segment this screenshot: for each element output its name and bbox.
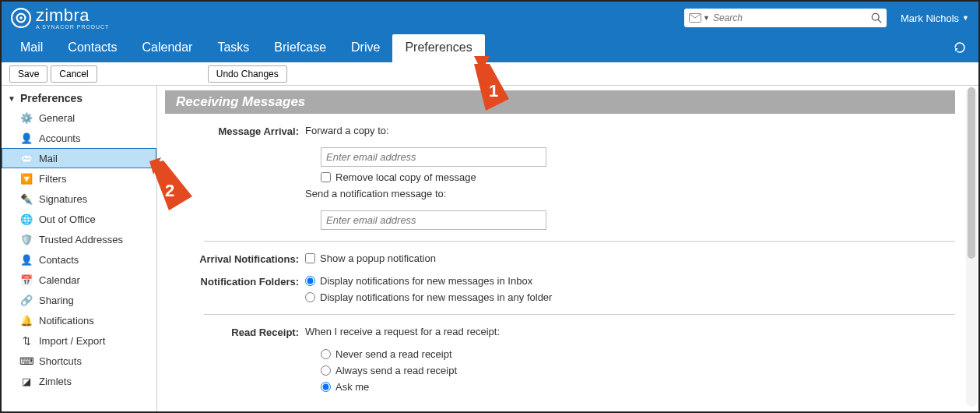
popup-notification-label: Show a popup notification	[320, 252, 436, 264]
logo-text: zimbra	[36, 7, 109, 24]
undo-changes-button[interactable]: Undo Changes	[208, 65, 287, 83]
receipt-always-label: Always send a read receipt	[335, 365, 457, 376]
sidebar-item-label: Calendar	[39, 274, 80, 286]
sidebar-item-label: Shortcuts	[39, 355, 82, 367]
save-button[interactable]: Save	[9, 65, 47, 83]
notif-inbox-radio[interactable]	[305, 276, 315, 286]
sign-icon: ✒️	[20, 192, 33, 205]
tab-preferences[interactable]: Preferences	[392, 34, 484, 62]
sidebar-item-label: Sharing	[39, 295, 74, 306]
sidebar-item-mail[interactable]: ✉️Mail	[2, 148, 156, 168]
sidebar-item-notifications[interactable]: 🔔Notifications	[2, 310, 156, 330]
tab-tasks[interactable]: Tasks	[205, 34, 262, 62]
sidebar-item-shortcuts[interactable]: ⌨Shortcuts	[2, 351, 156, 371]
content-panel: Receiving Messages Message Arrival: Forw…	[157, 86, 978, 411]
sidebar-item-label: Notifications	[39, 315, 94, 327]
search-box[interactable]: ▼	[684, 9, 887, 27]
notification-address-input[interactable]	[321, 210, 546, 230]
zimlet-icon: ◪	[20, 375, 33, 387]
receipt-never-radio[interactable]	[321, 349, 331, 359]
forward-address-input[interactable]	[321, 147, 546, 167]
sidebar-item-import-export[interactable]: ⇅Import / Export	[2, 330, 156, 351]
refresh-button[interactable]	[947, 35, 972, 62]
shield-icon: 🛡️	[20, 233, 33, 245]
share-icon: 🔗	[20, 294, 33, 306]
zimbra-logo-icon	[11, 8, 31, 28]
sidebar-item-out-of-office[interactable]: 🌐Out of Office	[2, 209, 156, 229]
section-title: Receiving Messages	[165, 90, 955, 114]
notif-any-row[interactable]: Display notifications for new messages i…	[305, 291, 955, 303]
sidebar: ▼ Preferences ⚙️General👤Accounts✉️Mail🔽F…	[2, 86, 157, 411]
receipt-never-row[interactable]: Never send a read receipt	[321, 348, 955, 360]
label-message-arrival: Message Arrival:	[165, 125, 305, 137]
notif-inbox-row[interactable]: Display notifications for new messages i…	[305, 275, 955, 287]
sidebar-item-general[interactable]: ⚙️General	[2, 108, 156, 128]
sidebar-item-accounts[interactable]: 👤Accounts	[2, 128, 156, 148]
popup-notification-checkbox[interactable]	[305, 253, 315, 263]
user-name: Mark Nichols	[901, 12, 959, 24]
label-forward-copy: Forward a copy to:	[305, 125, 955, 136]
notif-any-radio[interactable]	[305, 292, 315, 302]
sidebar-item-label: Zimlets	[39, 376, 72, 387]
bell-icon: 🔔	[20, 314, 33, 327]
filter-icon: 🔽	[20, 172, 33, 185]
cancel-button[interactable]: Cancel	[51, 65, 97, 83]
tab-mail[interactable]: Mail	[8, 34, 55, 62]
receipt-ask-radio[interactable]	[321, 382, 331, 392]
search-icon[interactable]	[871, 12, 882, 23]
tab-calendar[interactable]: Calendar	[129, 34, 205, 62]
receipt-never-label: Never send a read receipt	[335, 348, 452, 360]
svg-point-4	[872, 13, 879, 20]
sidebar-item-label: Signatures	[39, 193, 87, 205]
notif-inbox-label: Display notifications for new messages i…	[320, 275, 532, 287]
remove-local-copy-checkbox[interactable]	[321, 172, 331, 182]
sidebar-header[interactable]: ▼ Preferences	[2, 89, 156, 108]
receipt-ask-row[interactable]: Ask me	[321, 381, 955, 393]
sidebar-item-zimlets[interactable]: ◪Zimlets	[2, 371, 156, 391]
sidebar-item-label: Mail	[39, 153, 58, 164]
sidebar-item-filters[interactable]: 🔽Filters	[2, 168, 156, 189]
sidebar-item-label: Import / Export	[39, 335, 105, 347]
mail-icon	[689, 12, 701, 23]
search-input[interactable]	[713, 12, 871, 23]
chevron-down-icon: ▼	[962, 14, 969, 22]
sidebar-item-signatures[interactable]: ✒️Signatures	[2, 189, 156, 209]
refresh-icon	[954, 41, 966, 54]
receipt-always-row[interactable]: Always send a read receipt	[321, 365, 955, 376]
tab-bar: Mail Contacts Calendar Tasks Briefcase D…	[2, 34, 978, 62]
shortcut-icon: ⌨	[20, 355, 33, 367]
user-menu[interactable]: Mark Nichols ▼	[901, 12, 969, 24]
sidebar-item-trusted-addresses[interactable]: 🛡️Trusted Addresses	[2, 229, 156, 249]
search-scope-caret-icon[interactable]: ▼	[703, 14, 710, 22]
tab-drive[interactable]: Drive	[339, 34, 392, 62]
scrollbar[interactable]	[966, 87, 977, 407]
sidebar-title: Preferences	[20, 92, 83, 104]
import-icon: ⇅	[20, 334, 33, 347]
divider	[204, 314, 955, 315]
mail-icon: ✉️	[20, 152, 33, 164]
sidebar-item-label: Out of Office	[39, 214, 96, 225]
gear-icon: ⚙️	[20, 111, 33, 124]
sidebar-item-label: Accounts	[39, 132, 80, 144]
notif-any-label: Display notifications for new messages i…	[320, 291, 552, 303]
sidebar-item-sharing[interactable]: 🔗Sharing	[2, 290, 156, 310]
logo: zimbra A SYNACOR PRODUCT	[11, 7, 109, 30]
logo-tagline: A SYNACOR PRODUCT	[36, 24, 109, 30]
tab-contacts[interactable]: Contacts	[55, 34, 129, 62]
remove-local-copy-row[interactable]: Remove local copy of message	[321, 171, 955, 183]
globe-icon: 🌐	[20, 213, 33, 225]
tab-briefcase[interactable]: Briefcase	[262, 34, 339, 62]
collapse-icon: ▼	[8, 94, 16, 103]
label-arrival-notifications: Arrival Notifications:	[165, 252, 305, 265]
read-receipt-intro: When I receive a request for a read rece…	[305, 326, 955, 337]
scrollbar-thumb[interactable]	[968, 87, 975, 259]
sidebar-item-contacts[interactable]: 👤Contacts	[2, 249, 156, 270]
label-read-receipt: Read Receipt:	[165, 326, 305, 338]
receipt-ask-label: Ask me	[335, 381, 369, 393]
popup-notification-row[interactable]: Show a popup notification	[305, 252, 955, 264]
app-header: zimbra A SYNACOR PRODUCT ▼ Mark Nichols …	[2, 2, 978, 34]
sidebar-item-label: Filters	[39, 173, 66, 185]
receipt-always-radio[interactable]	[321, 365, 331, 376]
sidebar-item-label: General	[39, 112, 75, 124]
sidebar-item-calendar[interactable]: 📅Calendar	[2, 270, 156, 290]
